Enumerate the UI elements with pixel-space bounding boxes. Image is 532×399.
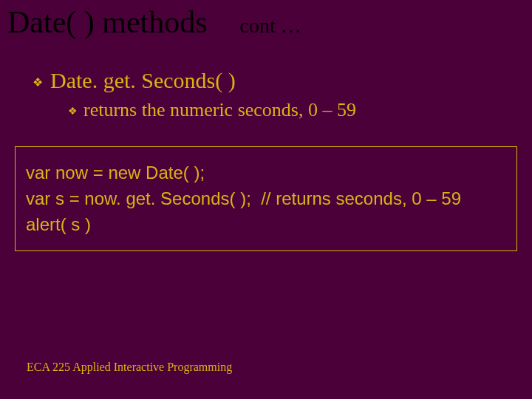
code-line-2: var s = now. get. Seconds( ); // returns…: [26, 186, 506, 212]
diamond-bullet-icon: ❖: [33, 75, 43, 89]
bullet-level-2: ❖ returns the numeric seconds, 0 – 59: [0, 99, 532, 121]
title-row: Date( ) methods cont …: [0, 0, 532, 38]
bullet-list: ❖ Date. get. Seconds( ) ❖ returns the nu…: [0, 68, 532, 121]
slide-continuation: cont …: [240, 16, 301, 36]
diamond-bullet-icon: ❖: [68, 105, 78, 117]
slide: Date( ) methods cont … ❖ Date. get. Seco…: [0, 0, 532, 399]
code-box: var now = new Date( ); var s = now. get.…: [15, 146, 517, 251]
slide-title: Date( ) methods: [7, 6, 208, 38]
bullet-2-text: returns the numeric seconds, 0 – 59: [83, 99, 356, 121]
code-line-1: var now = new Date( );: [26, 160, 506, 186]
footer-text: ECA 225 Applied Interactive Programming: [27, 361, 232, 374]
bullet-level-1: ❖ Date. get. Seconds( ): [0, 68, 532, 93]
bullet-1-text: Date. get. Seconds( ): [50, 68, 236, 93]
code-line-3: alert( s ): [26, 212, 506, 238]
